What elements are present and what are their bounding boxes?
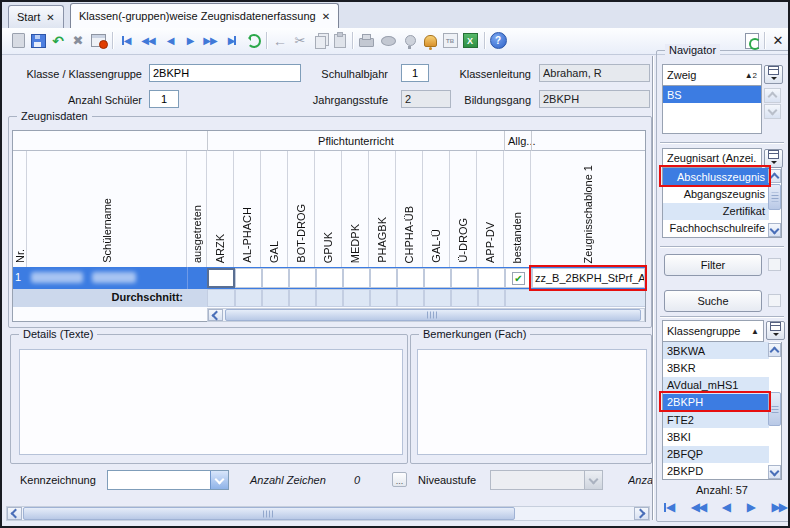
new-record-icon[interactable] <box>8 31 28 50</box>
klassengruppe-column-options-button[interactable] <box>766 321 785 340</box>
nav-prev-icon[interactable]: ◀ <box>160 31 180 50</box>
filter-button[interactable]: Filter <box>664 254 762 276</box>
delete-icon[interactable]: ✖ <box>68 31 88 50</box>
bemerkungen-textarea[interactable] <box>417 349 647 455</box>
grade-cell[interactable] <box>370 268 397 288</box>
grade-cell[interactable] <box>289 268 316 288</box>
column-header-subject[interactable]: GAL-Ü <box>423 151 450 267</box>
zeugnisschablone-cell[interactable]: zz_B_2BKPH_StPrf_A_A4 <box>532 268 645 288</box>
grade-cell[interactable] <box>343 268 370 288</box>
list-item-abschlusszeugnis[interactable]: Abschlusszeugnis <box>663 168 769 185</box>
list-item-3bki[interactable]: 3BKI <box>663 428 769 445</box>
klassengruppe-scroll-down-button[interactable] <box>768 465 781 479</box>
grade-cell[interactable] <box>451 268 478 288</box>
klassengruppe-header[interactable]: Klassengruppe ▲ <box>662 320 764 342</box>
scrollbar-thumb[interactable] <box>23 507 515 520</box>
nav-fast-prev-icon[interactable]: ◀◀ <box>138 31 158 50</box>
grade-cell[interactable] <box>316 268 343 288</box>
tab-start[interactable]: Start ✕ <box>8 5 64 28</box>
table-hscrollbar[interactable] <box>207 308 645 322</box>
list-item-bs[interactable]: BS <box>663 86 761 103</box>
nav-next-icon[interactable]: ▶ <box>180 31 200 50</box>
klasse-input[interactable] <box>149 64 301 82</box>
column-header-subject[interactable]: MEDPK <box>342 151 369 267</box>
excel-export-icon[interactable]: X <box>460 31 480 50</box>
list-item-2bkpd[interactable]: 2BKPD <box>663 463 769 480</box>
column-header-ausgetreten[interactable]: ausgetreten <box>187 151 207 267</box>
zeugnisart-column-options-button[interactable] <box>764 149 783 168</box>
column-header-subject[interactable]: GPUK <box>315 151 342 267</box>
filter-checkbox[interactable] <box>768 258 781 271</box>
nav-first-icon[interactable]: ◀ <box>664 501 674 513</box>
column-header-zeugnisschablone[interactable]: Zeugnisschablone 1 <box>531 151 645 267</box>
list-item-2bfqp[interactable]: 2BFQP <box>663 446 769 463</box>
zeugnisart-scroll-up-button[interactable] <box>768 169 781 183</box>
scroll-left-button[interactable] <box>7 507 22 520</box>
klassengruppe-scrollbar-thumb[interactable] <box>768 392 781 426</box>
list-item-fte2[interactable]: FTE2 <box>663 411 769 428</box>
grade-cell[interactable] <box>424 268 451 288</box>
undo-icon[interactable]: ↶ <box>48 31 68 50</box>
list-item-zertifikat[interactable]: Zertifikat <box>663 203 769 220</box>
list-item-3bkwa[interactable]: 3BKWA <box>663 342 769 359</box>
column-header-bestanden[interactable]: bestanden <box>504 151 531 267</box>
zweig-header[interactable]: Zweig ▲2 <box>662 64 762 86</box>
remove-form-icon[interactable] <box>88 31 108 50</box>
zweig-column-options-button[interactable] <box>764 65 783 84</box>
notification-bell-icon[interactable] <box>420 31 440 50</box>
scrollbar-thumb[interactable] <box>225 309 641 321</box>
nav-prev-icon[interactable]: ◀ <box>722 501 730 513</box>
list-item-abgangszeugnis[interactable]: Abgangszeugnis <box>663 185 769 202</box>
nav-fast-next-icon[interactable]: ▶▶ <box>771 501 785 513</box>
grade-cell[interactable] <box>262 268 289 288</box>
tab-main-close-icon[interactable]: ✕ <box>322 11 330 22</box>
suche-button[interactable]: Suche <box>664 290 762 312</box>
list-item-avdual-mhs1[interactable]: AVdual_mHS1 <box>663 377 769 394</box>
schulhalbjahr-input[interactable] <box>401 64 429 82</box>
column-header-subject[interactable]: AL-PHACH <box>234 151 261 267</box>
help-icon[interactable]: ? <box>488 31 508 50</box>
bestanden-cell[interactable]: ✔ <box>505 268 532 288</box>
column-header-schuelername[interactable]: Schülername <box>27 151 187 267</box>
column-header-subject[interactable]: GAL <box>261 151 288 267</box>
grade-cell[interactable] <box>235 268 262 288</box>
table-row[interactable]: 1 ✔ zz_B_2BKPH_StPrf_A_A4 <box>13 267 645 289</box>
tab-zeugnisdatenerfassung[interactable]: Klassen(-gruppen)weise Zeugnisdatenerfas… <box>70 3 339 28</box>
details-textarea[interactable] <box>19 349 403 455</box>
scroll-right-button[interactable] <box>634 507 649 520</box>
nav-last-icon[interactable]: ▶ <box>222 31 242 50</box>
klassengruppe-scroll-up-button[interactable] <box>768 343 781 357</box>
reload-view-icon[interactable] <box>742 31 762 50</box>
column-header-subject[interactable]: PHAGBK <box>369 151 396 267</box>
column-header-subject[interactable]: ARZK <box>207 151 234 267</box>
chevron-down-icon[interactable] <box>210 471 228 489</box>
grade-cell[interactable] <box>478 268 505 288</box>
list-item-2bkph[interactable]: 2BKPH <box>663 394 769 411</box>
column-header-subject[interactable]: CHPHA-ÜB <box>396 151 423 267</box>
anzahl-schueler-input[interactable] <box>149 90 179 108</box>
column-header-subject[interactable]: Ü-DROG <box>450 151 477 267</box>
column-header-subject[interactable]: APP-DV <box>477 151 504 267</box>
grade-cell[interactable] <box>397 268 424 288</box>
tab-start-close-icon[interactable]: ✕ <box>46 12 54 23</box>
zeugnisart-scroll-down-button[interactable] <box>768 223 781 237</box>
kennzeichnung-combobox[interactable] <box>107 470 229 490</box>
suche-checkbox[interactable] <box>768 294 781 307</box>
ellipsis-button[interactable]: ... <box>392 472 407 487</box>
nav-fast-next-icon[interactable]: ▶▶ <box>200 31 220 50</box>
grade-cell-focused[interactable] <box>207 268 235 288</box>
zeugnisart-scrollbar-thumb[interactable] <box>768 184 781 210</box>
refresh-icon[interactable] <box>244 31 264 50</box>
nav-fast-prev-icon[interactable]: ◀◀ <box>691 501 705 513</box>
list-item-fachhochschulreife[interactable]: Fachhochschulreife <box>663 220 769 237</box>
nav-first-icon[interactable]: ◀ <box>116 31 136 50</box>
close-icon[interactable]: ✕ <box>768 31 788 50</box>
main-hscrollbar[interactable] <box>6 506 650 521</box>
save-icon[interactable] <box>28 31 48 50</box>
nav-next-icon[interactable]: ▶ <box>747 501 755 513</box>
list-item-3bkr[interactable]: 3BKR <box>663 359 769 376</box>
zeugnisart-header[interactable]: Zeugnisart (Anzei... <box>662 148 762 168</box>
bestanden-checkbox-checked[interactable]: ✔ <box>512 272 525 285</box>
column-header-subject[interactable]: BOT-DROG <box>288 151 315 267</box>
column-header-nr[interactable]: Nr. <box>13 151 27 267</box>
